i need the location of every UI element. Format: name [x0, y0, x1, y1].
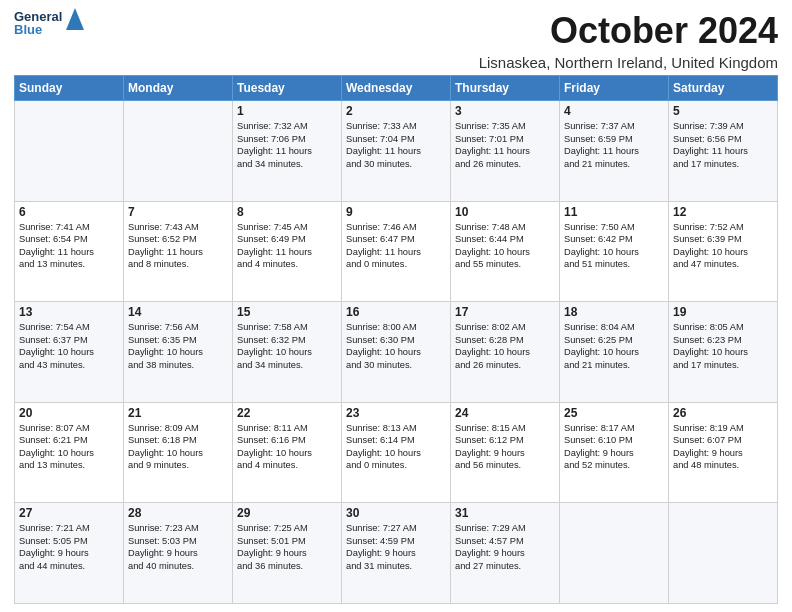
day-content: Sunrise: 7:25 AM Sunset: 5:01 PM Dayligh… — [237, 522, 337, 572]
day-content: Sunrise: 8:07 AM Sunset: 6:21 PM Dayligh… — [19, 422, 119, 472]
calendar-cell: 23Sunrise: 8:13 AM Sunset: 6:14 PM Dayli… — [342, 402, 451, 503]
calendar-header-row: SundayMondayTuesdayWednesdayThursdayFrid… — [15, 76, 778, 101]
day-content: Sunrise: 7:33 AM Sunset: 7:04 PM Dayligh… — [346, 120, 446, 170]
day-number: 31 — [455, 506, 555, 520]
day-number: 12 — [673, 205, 773, 219]
day-number: 23 — [346, 406, 446, 420]
calendar-week-row: 20Sunrise: 8:07 AM Sunset: 6:21 PM Dayli… — [15, 402, 778, 503]
calendar-cell: 22Sunrise: 8:11 AM Sunset: 6:16 PM Dayli… — [233, 402, 342, 503]
calendar-cell: 21Sunrise: 8:09 AM Sunset: 6:18 PM Dayli… — [124, 402, 233, 503]
day-number: 2 — [346, 104, 446, 118]
day-number: 7 — [128, 205, 228, 219]
day-number: 22 — [237, 406, 337, 420]
day-content: Sunrise: 7:39 AM Sunset: 6:56 PM Dayligh… — [673, 120, 773, 170]
calendar-cell: 15Sunrise: 7:58 AM Sunset: 6:32 PM Dayli… — [233, 302, 342, 403]
day-number: 8 — [237, 205, 337, 219]
day-number: 20 — [19, 406, 119, 420]
day-content: Sunrise: 7:58 AM Sunset: 6:32 PM Dayligh… — [237, 321, 337, 371]
day-content: Sunrise: 8:15 AM Sunset: 6:12 PM Dayligh… — [455, 422, 555, 472]
day-content: Sunrise: 7:46 AM Sunset: 6:47 PM Dayligh… — [346, 221, 446, 271]
calendar-cell: 26Sunrise: 8:19 AM Sunset: 6:07 PM Dayli… — [669, 402, 778, 503]
calendar-cell: 25Sunrise: 8:17 AM Sunset: 6:10 PM Dayli… — [560, 402, 669, 503]
day-header-saturday: Saturday — [669, 76, 778, 101]
day-number: 17 — [455, 305, 555, 319]
calendar-week-row: 13Sunrise: 7:54 AM Sunset: 6:37 PM Dayli… — [15, 302, 778, 403]
page: General Blue October 2024 Lisnaskea, Nor… — [0, 0, 792, 612]
day-content: Sunrise: 8:04 AM Sunset: 6:25 PM Dayligh… — [564, 321, 664, 371]
calendar-cell: 6Sunrise: 7:41 AM Sunset: 6:54 PM Daylig… — [15, 201, 124, 302]
day-content: Sunrise: 8:05 AM Sunset: 6:23 PM Dayligh… — [673, 321, 773, 371]
day-header-sunday: Sunday — [15, 76, 124, 101]
calendar-cell: 14Sunrise: 7:56 AM Sunset: 6:35 PM Dayli… — [124, 302, 233, 403]
calendar-cell: 18Sunrise: 8:04 AM Sunset: 6:25 PM Dayli… — [560, 302, 669, 403]
day-number: 10 — [455, 205, 555, 219]
day-number: 14 — [128, 305, 228, 319]
calendar-cell: 17Sunrise: 8:02 AM Sunset: 6:28 PM Dayli… — [451, 302, 560, 403]
day-content: Sunrise: 7:41 AM Sunset: 6:54 PM Dayligh… — [19, 221, 119, 271]
calendar-cell: 29Sunrise: 7:25 AM Sunset: 5:01 PM Dayli… — [233, 503, 342, 604]
calendar-cell: 8Sunrise: 7:45 AM Sunset: 6:49 PM Daylig… — [233, 201, 342, 302]
calendar-week-row: 27Sunrise: 7:21 AM Sunset: 5:05 PM Dayli… — [15, 503, 778, 604]
day-content: Sunrise: 7:32 AM Sunset: 7:06 PM Dayligh… — [237, 120, 337, 170]
calendar-cell — [124, 101, 233, 202]
day-content: Sunrise: 8:11 AM Sunset: 6:16 PM Dayligh… — [237, 422, 337, 472]
calendar-cell: 5Sunrise: 7:39 AM Sunset: 6:56 PM Daylig… — [669, 101, 778, 202]
day-number: 25 — [564, 406, 664, 420]
calendar-cell: 12Sunrise: 7:52 AM Sunset: 6:39 PM Dayli… — [669, 201, 778, 302]
day-header-thursday: Thursday — [451, 76, 560, 101]
day-content: Sunrise: 7:56 AM Sunset: 6:35 PM Dayligh… — [128, 321, 228, 371]
calendar-cell — [560, 503, 669, 604]
day-content: Sunrise: 8:00 AM Sunset: 6:30 PM Dayligh… — [346, 321, 446, 371]
logo-line2: Blue — [14, 23, 62, 36]
calendar-cell: 31Sunrise: 7:29 AM Sunset: 4:57 PM Dayli… — [451, 503, 560, 604]
calendar-table: SundayMondayTuesdayWednesdayThursdayFrid… — [14, 75, 778, 604]
day-content: Sunrise: 7:23 AM Sunset: 5:03 PM Dayligh… — [128, 522, 228, 572]
day-content: Sunrise: 8:19 AM Sunset: 6:07 PM Dayligh… — [673, 422, 773, 472]
calendar-cell: 4Sunrise: 7:37 AM Sunset: 6:59 PM Daylig… — [560, 101, 669, 202]
calendar-cell — [669, 503, 778, 604]
day-content: Sunrise: 7:52 AM Sunset: 6:39 PM Dayligh… — [673, 221, 773, 271]
day-content: Sunrise: 7:45 AM Sunset: 6:49 PM Dayligh… — [237, 221, 337, 271]
day-number: 5 — [673, 104, 773, 118]
day-number: 26 — [673, 406, 773, 420]
svg-marker-0 — [66, 8, 84, 30]
calendar-cell: 1Sunrise: 7:32 AM Sunset: 7:06 PM Daylig… — [233, 101, 342, 202]
day-content: Sunrise: 7:54 AM Sunset: 6:37 PM Dayligh… — [19, 321, 119, 371]
day-header-friday: Friday — [560, 76, 669, 101]
day-number: 30 — [346, 506, 446, 520]
day-content: Sunrise: 8:17 AM Sunset: 6:10 PM Dayligh… — [564, 422, 664, 472]
calendar-cell: 3Sunrise: 7:35 AM Sunset: 7:01 PM Daylig… — [451, 101, 560, 202]
day-number: 16 — [346, 305, 446, 319]
calendar-cell: 2Sunrise: 7:33 AM Sunset: 7:04 PM Daylig… — [342, 101, 451, 202]
location: Lisnaskea, Northern Ireland, United King… — [479, 54, 778, 71]
day-content: Sunrise: 7:48 AM Sunset: 6:44 PM Dayligh… — [455, 221, 555, 271]
day-number: 3 — [455, 104, 555, 118]
day-content: Sunrise: 7:21 AM Sunset: 5:05 PM Dayligh… — [19, 522, 119, 572]
calendar-cell: 13Sunrise: 7:54 AM Sunset: 6:37 PM Dayli… — [15, 302, 124, 403]
day-header-monday: Monday — [124, 76, 233, 101]
logo-icon — [66, 8, 84, 30]
calendar-cell: 7Sunrise: 7:43 AM Sunset: 6:52 PM Daylig… — [124, 201, 233, 302]
day-number: 13 — [19, 305, 119, 319]
day-content: Sunrise: 7:50 AM Sunset: 6:42 PM Dayligh… — [564, 221, 664, 271]
day-content: Sunrise: 7:27 AM Sunset: 4:59 PM Dayligh… — [346, 522, 446, 572]
calendar-cell — [15, 101, 124, 202]
calendar-cell: 27Sunrise: 7:21 AM Sunset: 5:05 PM Dayli… — [15, 503, 124, 604]
day-content: Sunrise: 8:02 AM Sunset: 6:28 PM Dayligh… — [455, 321, 555, 371]
day-content: Sunrise: 7:35 AM Sunset: 7:01 PM Dayligh… — [455, 120, 555, 170]
day-header-wednesday: Wednesday — [342, 76, 451, 101]
day-content: Sunrise: 7:29 AM Sunset: 4:57 PM Dayligh… — [455, 522, 555, 572]
logo: General Blue — [14, 10, 84, 36]
day-number: 4 — [564, 104, 664, 118]
day-content: Sunrise: 8:09 AM Sunset: 6:18 PM Dayligh… — [128, 422, 228, 472]
day-number: 28 — [128, 506, 228, 520]
day-content: Sunrise: 7:37 AM Sunset: 6:59 PM Dayligh… — [564, 120, 664, 170]
day-number: 29 — [237, 506, 337, 520]
calendar-cell: 30Sunrise: 7:27 AM Sunset: 4:59 PM Dayli… — [342, 503, 451, 604]
day-number: 21 — [128, 406, 228, 420]
calendar-cell: 9Sunrise: 7:46 AM Sunset: 6:47 PM Daylig… — [342, 201, 451, 302]
calendar-cell: 28Sunrise: 7:23 AM Sunset: 5:03 PM Dayli… — [124, 503, 233, 604]
calendar-cell: 11Sunrise: 7:50 AM Sunset: 6:42 PM Dayli… — [560, 201, 669, 302]
day-number: 27 — [19, 506, 119, 520]
day-number: 11 — [564, 205, 664, 219]
